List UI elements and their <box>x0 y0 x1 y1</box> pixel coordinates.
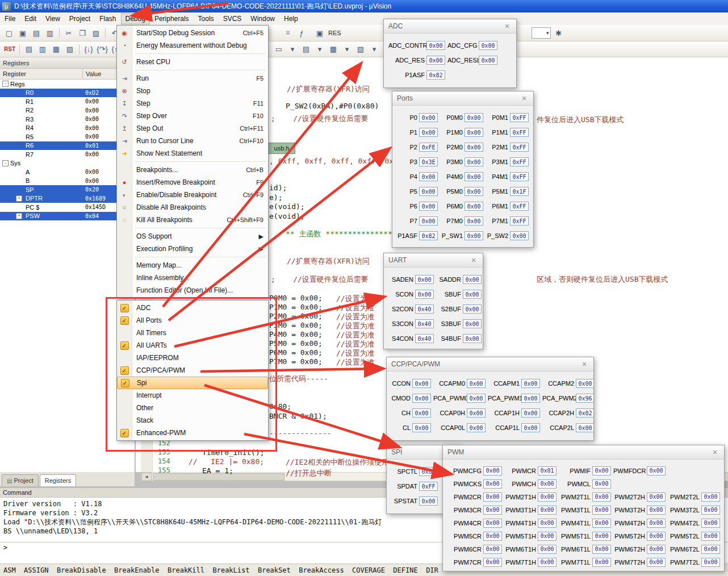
system-viewer-icon[interactable]: ▧ <box>354 43 367 56</box>
debug-menu-item-step-out[interactable]: ↥Step OutCtrl+F11 <box>117 122 268 135</box>
register-value-box[interactable]: 0x00 <box>419 172 438 181</box>
register-value-box[interactable]: 0x00 <box>647 519 666 528</box>
register-value-box[interactable]: 0x00 <box>647 532 666 541</box>
tab-registers[interactable]: Registers <box>40 474 76 486</box>
register-value-box[interactable]: 0x00 <box>479 56 497 65</box>
register-value-box[interactable]: 0x00 <box>592 532 611 541</box>
save-icon[interactable]: ▤ <box>30 27 43 39</box>
register-value-box[interactable]: 0x40 <box>415 334 434 343</box>
close-icon[interactable]: × <box>469 256 478 265</box>
target-select-combo[interactable]: ▾ <box>532 27 551 39</box>
menubar-item-debug[interactable]: Debug <box>121 13 150 24</box>
register-value-box[interactable]: 0x00 <box>465 187 483 196</box>
peripherals-menu-item-other[interactable]: Other <box>117 402 268 414</box>
register-row-r4[interactable]: R40x00 <box>0 124 135 133</box>
peripherals-menu-item-all-timers[interactable]: All Timers <box>117 327 268 339</box>
close-icon[interactable]: × <box>520 94 529 103</box>
register-value-box[interactable]: 0x00 <box>465 143 483 152</box>
window-titlebar[interactable]: PWM× <box>443 445 724 460</box>
register-value-box[interactable]: 0x00 <box>592 545 611 554</box>
register-value-box[interactable]: 0x00 <box>412 408 431 418</box>
save-all-icon[interactable]: ▥ <box>44 27 56 39</box>
register-value-box[interactable]: 0x00 <box>701 492 720 502</box>
register-value-box[interactable]: 0x00 <box>467 423 486 432</box>
register-row-r6[interactable]: R60x01 <box>0 141 135 151</box>
dropdown-icon[interactable]: ▾ <box>368 43 380 56</box>
window-titlebar[interactable]: Ports× <box>392 91 533 106</box>
collapse-icon[interactable]: - <box>2 160 9 166</box>
watch-view-icon[interactable]: ▥ <box>36 43 49 56</box>
register-value-box[interactable]: 0x00 <box>419 187 438 196</box>
register-value-box[interactable]: 0x00 <box>415 290 434 299</box>
menubar-item-tools[interactable]: Tools <box>194 13 219 24</box>
menubar-item-project[interactable]: Project <box>65 13 95 24</box>
register-row-r7[interactable]: R70x00 <box>0 150 135 159</box>
dropdown-icon[interactable]: ▾ <box>286 43 299 56</box>
expand-icon[interactable]: + <box>16 213 22 219</box>
menubar-item-view[interactable]: View <box>41 13 65 24</box>
register-value-box[interactable]: 0x1F <box>510 187 529 196</box>
debug-menu-item-os-support[interactable]: OS Support▶ <box>117 230 268 243</box>
debug-menu-item-inline-assembly[interactable]: Inline Assembly... <box>117 272 268 284</box>
register-value-box[interactable]: 0x96 <box>576 394 594 403</box>
debug-menu-item-function-editor-open-ini-file[interactable]: Function Editor (Open Ini File)... <box>117 284 268 297</box>
peripherals-menu-item-all-ports[interactable]: ✓All Ports <box>117 314 268 327</box>
register-value-box[interactable]: 0x00 <box>463 290 482 299</box>
disassembly-window-icon[interactable]: ▤ <box>300 43 312 56</box>
register-value-box[interactable]: 0x00 <box>538 492 557 502</box>
register-row-sp[interactable]: SP0x20 <box>0 185 135 194</box>
register-value-box[interactable]: 0x00 <box>647 466 666 475</box>
register-value-box[interactable]: 0x00 <box>538 479 557 489</box>
register-row-b[interactable]: B0x00 <box>0 177 135 186</box>
register-value-box[interactable]: 0x00 <box>538 506 557 515</box>
register-value-box[interactable]: 0x00 <box>465 113 483 122</box>
register-value-box[interactable]: 0x00 <box>521 394 540 403</box>
register-value-box[interactable]: 0x00 <box>647 558 666 567</box>
symbol-window-icon[interactable]: ▦ <box>327 43 340 56</box>
register-row-r0[interactable]: R00xD2 <box>0 89 135 98</box>
step-into-icon[interactable]: {↓} <box>82 43 95 56</box>
register-value-box[interactable]: 0x00 <box>419 202 438 211</box>
register-row-r5[interactable]: R50x00 <box>0 132 135 141</box>
folder-icon[interactable]: ▣ <box>313 27 326 39</box>
register-value-box[interactable]: 0x40 <box>415 304 434 314</box>
register-value-box[interactable]: 0x00 <box>426 41 445 50</box>
expand-icon[interactable]: + <box>16 195 22 202</box>
debug-menu-item-execution-profiling[interactable]: Execution Profiling▶ <box>117 243 268 255</box>
menubar-item-peripherals[interactable]: Peripherals <box>150 13 194 24</box>
register-value-box[interactable]: 0x00 <box>426 56 445 65</box>
debug-menu-item-reset-cpu[interactable]: ↺Reset CPU <box>117 56 268 68</box>
register-row-r3[interactable]: R30x00 <box>0 115 135 124</box>
register-group-regs[interactable]: -Regs <box>0 80 135 89</box>
register-value-box[interactable]: 0x00 <box>592 506 611 515</box>
menubar-item-help[interactable]: Help <box>279 13 303 24</box>
register-value-box[interactable]: 0x00 <box>412 423 431 432</box>
register-value-box[interactable]: 0x00 <box>419 113 438 122</box>
window-titlebar[interactable]: UART× <box>384 253 483 268</box>
register-value-box[interactable]: 0x00 <box>483 545 502 554</box>
register-value-box[interactable]: 0xFF <box>510 128 529 137</box>
dropdown-icon[interactable]: ▾ <box>341 43 353 56</box>
step-over-icon[interactable]: {↷} <box>96 43 108 56</box>
register-value-box[interactable]: 0x00 <box>419 128 438 137</box>
dropdown-icon[interactable]: ▾ <box>313 43 326 56</box>
debug-menu-item-run[interactable]: ⇥RunF5 <box>117 72 268 85</box>
tab-project[interactable]: ▤ Project <box>2 474 39 486</box>
analysis-icon[interactable]: ⌗ <box>282 27 294 39</box>
register-value-box[interactable]: 0x04 <box>419 467 438 476</box>
debug-menu-item-step[interactable]: ↧StepF11 <box>117 97 268 110</box>
editor-tab-usbh[interactable]: usb.h <box>268 143 295 154</box>
debug-menu-item-step-over[interactable]: ↷Step OverF10 <box>117 110 268 122</box>
new-file-icon[interactable]: ▢ <box>3 27 15 39</box>
register-value-box[interactable]: 0x00 <box>538 558 557 567</box>
register-value-box[interactable]: 0xFF <box>510 216 529 226</box>
peripherals-menu-item-stack[interactable]: Stack <box>117 414 268 427</box>
register-value-box[interactable]: 0xFE <box>419 143 438 152</box>
register-value-box[interactable]: 0x00 <box>483 466 502 475</box>
debug-menu-item-disable-all-breakpoints[interactable]: ○Disable All Breakpoints <box>117 201 268 214</box>
register-value-box[interactable]: 0xFF <box>510 113 529 122</box>
close-icon[interactable]: × <box>580 360 589 369</box>
register-value-box[interactable]: 0x00 <box>483 519 502 528</box>
res-label[interactable]: RES <box>328 30 341 36</box>
register-value-box[interactable]: 0xFF <box>510 157 529 166</box>
